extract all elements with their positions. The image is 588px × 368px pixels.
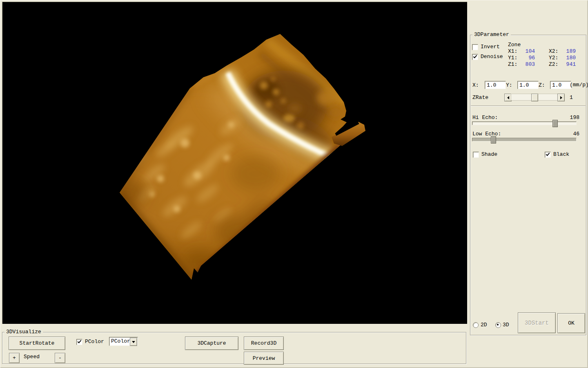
z-scale-label: Z: [539, 82, 545, 88]
param-group-title: 3DParameter [472, 32, 511, 38]
black-checkbox[interactable] [545, 152, 551, 158]
mode-2d-label: 2D [481, 322, 487, 328]
hi-echo-slider-track[interactable] [472, 121, 577, 125]
mode-2d-radio[interactable] [473, 322, 479, 328]
zone-y1-label: Y1: [508, 55, 517, 61]
mode-3d-label: 3D [503, 322, 509, 328]
denoise-label: Denoise [481, 54, 503, 60]
zone-z2-value: 941 [561, 61, 576, 67]
zrate-right-arrow[interactable] [557, 94, 565, 101]
zone-z1-value: 803 [520, 61, 535, 67]
zone-title: Zone [508, 42, 521, 48]
x-scale-label: X: [472, 82, 479, 88]
record3d-button[interactable]: Record3D [244, 337, 284, 350]
zone-z2-label: Z2: [549, 61, 558, 67]
denoise-checkbox[interactable] [472, 54, 478, 60]
invert-checkbox[interactable] [472, 44, 478, 50]
hi-echo-slider-thumb[interactable] [552, 120, 558, 127]
low-echo-label: Low Echo: [472, 131, 501, 137]
application-window: 3DParameter Invert Denoise Zone X1: 104 … [0, 0, 588, 368]
mode-3d-radio[interactable] [495, 322, 501, 328]
zone-y2-value: 180 [561, 55, 576, 61]
pcolor-dropdown[interactable]: PColor [109, 337, 138, 346]
y-scale-label: Y: [506, 82, 512, 88]
scale-unit-label: (mm/p) [570, 82, 588, 88]
zrate-value: 1 [570, 94, 573, 101]
visualize-groupbox: 3DVisualize StartRotate + Speed - PColor… [2, 332, 466, 364]
shade-checkbox[interactable] [473, 152, 479, 158]
x-scale-input[interactable] [485, 81, 506, 89]
zone-y1-value: 96 [520, 55, 535, 61]
dropdown-arrow-icon [132, 341, 135, 343]
left-arrow-icon [507, 96, 509, 99]
ultrasound-render [2, 2, 467, 324]
param-groupbox: 3DParameter Invert Denoise Zone X1: 104 … [470, 35, 586, 335]
separator [471, 105, 586, 106]
capture3d-button[interactable]: 3DCapture [185, 337, 238, 350]
speed-minus-button[interactable]: - [55, 353, 65, 363]
visualize-group-title: 3DVisualize [4, 329, 43, 335]
preview-button[interactable]: Preview [244, 352, 284, 365]
speed-label: Speed [24, 354, 40, 360]
zrate-thumb[interactable] [531, 94, 538, 101]
y-scale-input[interactable] [517, 81, 539, 89]
zrate-scrollbar[interactable] [504, 94, 564, 101]
shade-label: Shade [481, 151, 497, 157]
zrate-label: ZRate [472, 94, 488, 101]
pcolor-checkbox-label: PColor [85, 339, 104, 345]
pcolor-checkbox[interactable] [76, 339, 82, 345]
low-echo-value: 46 [561, 131, 579, 137]
right-arrow-icon [560, 96, 562, 99]
zone-x1-value: 104 [520, 48, 535, 54]
zone-z1-label: Z1: [508, 61, 517, 67]
invert-label: Invert [481, 44, 500, 50]
hi-echo-value: 198 [561, 114, 579, 121]
zone-x1-label: X1: [508, 48, 517, 54]
start-rotate-button[interactable]: StartRotate [9, 337, 65, 350]
black-label: Black [553, 151, 569, 157]
speed-plus-button[interactable]: + [9, 353, 20, 363]
ok-button[interactable]: OK [557, 313, 585, 333]
pcolor-dropdown-value: PColor [111, 338, 130, 344]
zone-x2-label: X2: [549, 48, 558, 54]
zone-y2-label: Y2: [549, 55, 558, 61]
render-viewport[interactable] [2, 2, 467, 324]
start3d-button[interactable]: 3DStart [518, 312, 556, 333]
low-echo-slider-track[interactable] [472, 138, 577, 141]
zone-x2-value: 189 [561, 48, 576, 54]
low-echo-slider-thumb[interactable] [491, 136, 496, 144]
z-scale-input[interactable] [550, 81, 571, 89]
pcolor-dropdown-arrow[interactable] [130, 338, 137, 346]
hi-echo-label: Hi Echo: [472, 114, 498, 121]
